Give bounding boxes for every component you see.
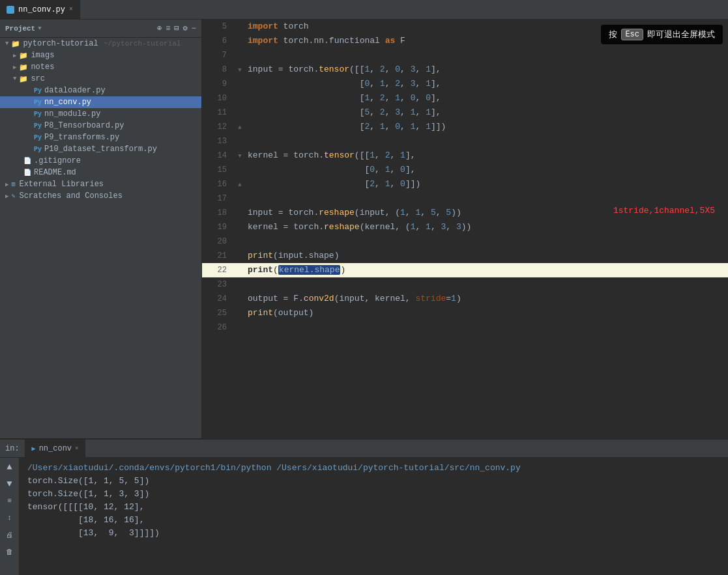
editor-tab-nn-conv[interactable]: nn_conv.py × [0,0,80,20]
p9-label: P9_transforms.py [44,133,119,142]
gutter-12: ▲ [235,124,245,131]
line-num-14: 14 [202,148,235,163]
bottom-tab-nn-conv[interactable]: ▶ nn_conv × [25,440,86,458]
collapse-all-icon[interactable]: ⊟ [174,23,179,33]
tab-bar: nn_conv.py × [0,0,728,20]
line-content-6: import torch.nn.functional as F [245,34,405,48]
line-num-16: 16 [202,177,235,191]
bottom-tab-close[interactable]: × [75,445,78,452]
bottom-panel: in: ▶ nn_conv × ▲ ▼ ≡ ↕ 🖨 🗑 /Users/xiaot… [0,438,728,575]
line-content-11: [5, 2, 3, 1, 1], [245,105,441,120]
sidebar-item-p9[interactable]: Py P9_transforms.py [0,132,201,143]
output-line-2: torch.Size([1, 1, 5, 5]) [27,475,720,488]
code-line-7: 7 [202,48,728,63]
code-line-20: 20 [202,234,728,249]
code-line-13: 13 [202,134,728,148]
editor-area: 按 Esc 即可退出全屏模式 5 import torch 6 import t… [202,20,728,438]
sidebar-item-notes[interactable]: ▶ 📁 notes [0,61,201,73]
line-content-14: kernel = torch.tensor([[1, 2, 1], [245,148,416,163]
gutter-16: ▲ [235,182,245,188]
line-num-24: 24 [202,292,235,306]
bottom-tab-label: nn_conv [39,444,72,453]
line-num-19: 19 [202,220,235,234]
main-area: Project ▼ ⊕ ≡ ⊟ ⚙ − ▼ 📁 pytorch-tutorial… [0,20,728,438]
sidebar-item-external-libs[interactable]: ▶ ⊞ External Libraries [0,178,201,190]
close-sidebar-icon[interactable]: − [192,24,196,33]
notes-arrow-icon: ▶ [13,64,16,71]
line-num-12: 12 [202,120,235,134]
sidebar-item-src[interactable]: ▼ 📁 src [0,73,201,85]
expand-all-icon[interactable]: ≡ [166,24,170,33]
line-content-18: input = torch.reshape(input, (1, 1, 5, 5… [245,206,461,220]
code-line-26: 26 [202,320,728,335]
line-num-20: 20 [202,234,235,249]
py-icon-nn-conv: Py [34,99,42,106]
sidebar-item-scratches[interactable]: ▶ ✎ Scratches and Consoles [0,190,201,202]
sort-button[interactable]: ↕ [3,511,16,524]
py-icon-p8: Py [34,122,42,130]
locate-icon[interactable]: ⊕ [157,23,162,33]
settings-icon[interactable]: ⚙ [183,23,188,33]
tooltip-key: Esc [621,29,643,40]
print-button[interactable]: 🖨 [3,528,16,541]
root-folder-icon: 📁 [11,40,20,48]
line-content-9: [0, 1, 2, 3, 1], [245,77,441,91]
filter-button[interactable]: ≡ [3,494,16,507]
src-label: src [31,74,45,83]
external-libs-label: External Libraries [19,180,104,189]
code-line-24: 24 output = F.conv2d(input, kernel, stri… [202,292,728,306]
line-num-26: 26 [202,320,235,335]
python-path: /Users/xiaotudui/.conda/envs/pytorch1/bi… [27,463,521,473]
extlibs-icon: ⊞ [11,180,15,188]
line-num-21: 21 [202,249,235,263]
code-line-17: 17 [202,191,728,206]
line-content-25: print(output) [245,306,313,320]
code-line-16: 16 ▲ [2, 1, 0]]) [202,177,728,191]
sidebar-actions: ⊕ ≡ ⊟ ⚙ − [157,23,196,33]
file-icon-readme: 📄 [23,169,31,176]
line-18-annotation: 1stride,1channel,5X5 [613,206,715,216]
bottom-tab-bar: in: ▶ nn_conv × [0,440,728,458]
code-line-14: 14 ▼ kernel = torch.tensor([[1, 2, 1], [202,148,728,163]
bottom-content: ▲ ▼ ≡ ↕ 🖨 🗑 /Users/xiaotudui/.conda/envs… [0,458,728,575]
tree-root[interactable]: ▼ 📁 pytorch-tutorial ~/pytorch-tutorial [0,38,201,49]
line-num-25: 25 [202,306,235,320]
line-content-10: [1, 2, 1, 0, 0], [245,91,441,105]
code-line-23: 23 [202,277,728,292]
scroll-up-button[interactable]: ▲ [3,460,16,473]
dropdown-arrow-icon[interactable]: ▼ [38,25,41,32]
root-name: pytorch-tutorial [23,39,98,48]
line-num-9: 9 [202,77,235,91]
imags-folder-icon: 📁 [19,51,28,60]
sidebar-item-p8[interactable]: Py P8_Tensorboard.py [0,120,201,132]
scroll-down-button[interactable]: ▼ [3,477,16,490]
sidebar-item-imags[interactable]: ▶ 📁 imags [0,49,201,61]
line-num-23: 23 [202,277,235,292]
line-num-15: 15 [202,163,235,177]
gutter-8: ▼ [235,67,245,74]
terminal-sidebar: ▲ ▼ ≡ ↕ 🖨 🗑 [0,458,20,575]
line-num-13: 13 [202,134,235,148]
sidebar-item-nn-conv[interactable]: Py nn_conv.py [0,96,201,108]
sidebar-item-readme[interactable]: 📄 README.md [0,167,201,178]
py-icon-nn-module: Py [34,111,42,118]
code-line-11: 11 [5, 2, 3, 1, 1], [202,105,728,120]
line-content-5: import torch [245,20,309,34]
file-icon-gitignore: 📄 [23,157,31,165]
project-label: Project [5,25,35,33]
code-line-25: 25 print(output) [202,306,728,320]
scratches-arrow-icon: ▶ [5,193,8,200]
tab-close-button[interactable]: × [69,6,73,13]
sidebar-item-dataloader[interactable]: Py dataloader.py [0,85,201,96]
code-editor[interactable]: 按 Esc 即可退出全屏模式 5 import torch 6 import t… [202,20,728,438]
trash-button[interactable]: 🗑 [3,545,16,558]
code-line-21: 21 print(input.shape) [202,249,728,263]
sidebar-item-p10[interactable]: Py P10_dataset_transform.py [0,143,201,155]
line-num-10: 10 [202,91,235,105]
py-icon-p10: Py [34,146,42,153]
line-num-5: 5 [202,20,235,34]
sidebar-item-gitignore[interactable]: 📄 .gitignore [0,155,201,167]
line-content-8: input = torch.tensor([[1, 2, 0, 3, 1], [245,63,441,77]
sidebar-item-nn-module[interactable]: Py nn_module.py [0,108,201,120]
line-content-24: output = F.conv2d(input, kernel, stride=… [245,292,461,306]
